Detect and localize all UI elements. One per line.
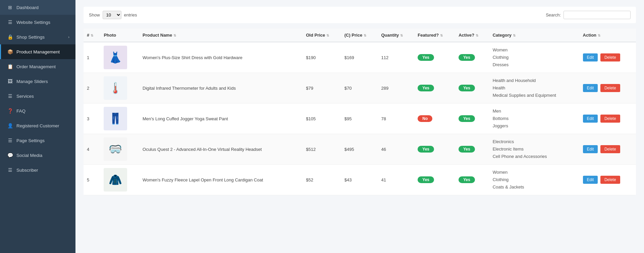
delete-button[interactable]: Delete: [600, 176, 620, 184]
sidebar-item-label: FAQ: [16, 109, 25, 114]
sidebar-item-social-media[interactable]: 💬 Social Media: [0, 148, 75, 163]
cell-active: Yes: [455, 73, 489, 103]
sidebar-item-product-management[interactable]: 📦 Product Management: [0, 44, 75, 59]
cell-product-name: Digital Infrared Thermometer for Adults …: [139, 73, 303, 103]
sidebar-item-manage-sliders[interactable]: 🖼 Manage Sliders: [0, 74, 75, 89]
sidebar-item-label: Registered Customer: [16, 123, 59, 128]
active-badge: Yes: [459, 115, 475, 122]
sidebar-item-label: Subscriber: [16, 168, 38, 173]
delete-button[interactable]: Delete: [600, 53, 620, 61]
table-controls: Show 10 25 50 100 entries Search:: [84, 7, 636, 23]
sidebar-item-label: Product Management: [16, 49, 60, 54]
cell-c-price: $495: [341, 134, 378, 165]
delete-button[interactable]: Delete: [600, 84, 620, 92]
cell-category: WomenClothingCoats & Jackets: [489, 165, 580, 195]
cell-quantity: 289: [378, 73, 414, 103]
category-item: Women: [493, 46, 576, 54]
table-header: #⇅ Photo Product Name⇅ Old Price⇅ (C) Pr…: [84, 29, 636, 42]
edit-button[interactable]: Edit: [583, 145, 598, 153]
category-item: Electronics: [493, 138, 576, 145]
order-management-icon: 📋: [7, 64, 13, 69]
cell-photo: 👖: [100, 103, 139, 134]
sidebar-item-website-settings[interactable]: ☰ Website Settings: [0, 15, 75, 30]
edit-button[interactable]: Edit: [583, 176, 598, 184]
products-table-wrapper: #⇅ Photo Product Name⇅ Old Price⇅ (C) Pr…: [84, 29, 636, 195]
sidebar-item-dashboard[interactable]: ⊞ Dashboard: [0, 0, 75, 15]
category-item: Clothing: [493, 176, 576, 183]
search-label: Search:: [546, 12, 561, 17]
page-settings-icon: ☰: [7, 138, 13, 143]
cell-featured: No: [414, 103, 455, 134]
col-active: Active?⇅: [455, 29, 489, 42]
edit-button[interactable]: Edit: [583, 53, 598, 61]
category-list: ElectronicsElectronic ItemsCell Phone an…: [493, 138, 576, 160]
sidebar-item-order-management[interactable]: 📋 Order Management: [0, 59, 75, 74]
delete-button[interactable]: Delete: [600, 145, 620, 153]
subscriber-icon: ☰: [7, 167, 13, 173]
sidebar-item-label: Page Settings: [16, 138, 45, 143]
edit-button[interactable]: Edit: [583, 84, 598, 92]
featured-badge: Yes: [418, 146, 434, 153]
cell-photo: 🧥: [100, 165, 139, 195]
cell-photo: 👗: [100, 42, 139, 73]
col-featured: Featured?⇅: [414, 29, 455, 42]
sidebar-item-registered-customer[interactable]: 👤 Registered Customer: [0, 118, 75, 133]
sidebar: ⊞ Dashboard ☰ Website Settings 🔒 Shop Se…: [0, 0, 75, 253]
sidebar-item-services[interactable]: ☰ Services: [0, 89, 75, 103]
cell-old-price: $52: [303, 165, 341, 195]
website-settings-icon: ☰: [7, 19, 13, 25]
table-row: 1 👗 Women's Plus-Size Shirt Dress with G…: [84, 42, 636, 73]
category-list: WomenClothingCoats & Jackets: [493, 169, 576, 191]
table-row: 4 🥽 Oculus Quest 2 - Advanced All-In-One…: [84, 134, 636, 165]
product-thumbnail: 🌡️: [104, 76, 127, 100]
sidebar-item-faq[interactable]: ❓ FAQ: [0, 103, 75, 118]
category-item: Dresses: [493, 61, 576, 69]
col-old-price: Old Price⇅: [303, 29, 341, 42]
table-row: 3 👖 Men's Long Cuffed Jogger Yoga Sweat …: [84, 103, 636, 134]
featured-badge: Yes: [418, 54, 434, 61]
delete-button[interactable]: Delete: [600, 115, 620, 123]
cell-active: Yes: [455, 42, 489, 73]
manage-sliders-icon: 🖼: [7, 79, 13, 84]
sidebar-item-subscriber[interactable]: ☰ Subscriber: [0, 163, 75, 177]
product-thumbnail: 🧥: [104, 168, 127, 192]
cell-product-name: Men's Long Cuffed Jogger Yoga Sweat Pant: [139, 103, 303, 134]
col-quantity: Quantity⇅: [378, 29, 414, 42]
cell-product-name: Women's Fuzzy Fleece Lapel Open Front Lo…: [139, 165, 303, 195]
cell-quantity: 46: [378, 134, 414, 165]
entries-select[interactable]: 10 25 50 100: [103, 11, 121, 19]
active-badge: Yes: [459, 54, 475, 61]
cell-quantity: 78: [378, 103, 414, 134]
sidebar-item-label: Order Management: [16, 64, 56, 69]
cell-active: Yes: [455, 103, 489, 134]
active-badge: Yes: [459, 85, 475, 91]
cell-c-price: $70: [341, 73, 378, 103]
sidebar-item-shop-settings[interactable]: 🔒 Shop Settings ›: [0, 30, 75, 44]
edit-button[interactable]: Edit: [583, 115, 598, 123]
category-list: MenBottomsJoggers: [493, 108, 576, 130]
category-item: Clothing: [493, 54, 576, 61]
cell-action: Edit Delete: [580, 73, 636, 103]
cell-action: Edit Delete: [580, 134, 636, 165]
cell-num: 1: [84, 42, 100, 73]
cell-c-price: $95: [341, 103, 378, 134]
category-item: Coats & Jackets: [493, 183, 576, 191]
cell-active: Yes: [455, 134, 489, 165]
col-photo: Photo: [100, 29, 139, 42]
category-item: Electronic Items: [493, 145, 576, 153]
cell-num: 3: [84, 103, 100, 134]
social-media-icon: 💬: [7, 153, 13, 158]
product-thumbnail: 👗: [104, 46, 127, 69]
cell-product-name: Women's Plus-Size Shirt Dress with Gold …: [139, 42, 303, 73]
cell-quantity: 112: [378, 42, 414, 73]
sidebar-item-label: Social Media: [16, 153, 42, 158]
cell-featured: Yes: [414, 134, 455, 165]
sidebar-item-page-settings[interactable]: ☰ Page Settings: [0, 133, 75, 148]
cell-product-name: Oculus Quest 2 - Advanced All-In-One Vir…: [139, 134, 303, 165]
cell-category: MenBottomsJoggers: [489, 103, 580, 134]
active-badge: Yes: [459, 176, 475, 183]
search-control: Search:: [546, 11, 631, 19]
col-product-name: Product Name⇅: [139, 29, 303, 42]
cell-c-price: $43: [341, 165, 378, 195]
search-input[interactable]: [564, 11, 631, 19]
